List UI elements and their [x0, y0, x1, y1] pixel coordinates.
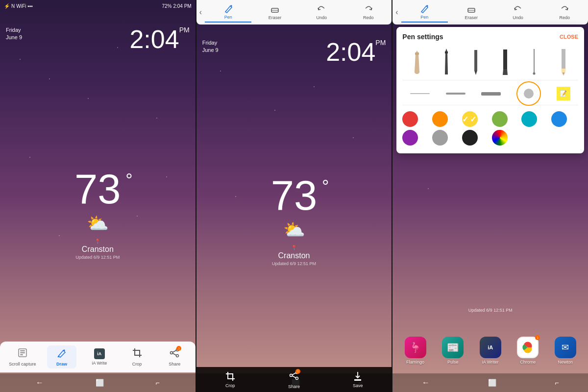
phone-panel-1: ⚡ N WiFi ▪▪▪ 72% 2:04 PM Friday June 9 2… — [0, 0, 196, 392]
toolbar-row2: Crop 1 Share — [198, 370, 390, 389]
pen-tool-undo-2[interactable]: Undo — [298, 2, 345, 22]
svg-rect-1 — [20, 350, 25, 351]
pen-nib-4[interactable] — [496, 47, 514, 76]
toolbar-share-1[interactable]: 1 Share — [160, 345, 189, 368]
updated-area-3: Updated 6/9 12:51 PM — [392, 305, 588, 314]
pen-toolbar-back-2[interactable]: ‹ — [196, 8, 205, 17]
pen-size-selected[interactable] — [516, 86, 541, 101]
cloud-icon-1: ⛅ — [87, 213, 109, 234]
chrome-logo — [521, 341, 535, 354]
save-label-2: Save — [353, 383, 363, 388]
color-yellow[interactable]: ✓ — [462, 111, 478, 127]
toolbar-ia-write[interactable]: iA iA Write — [85, 346, 114, 368]
pen-tool-redo-3[interactable]: Redo — [541, 2, 588, 22]
pen-toolbar-3: ‹ Pen Eraser Undo — [392, 0, 588, 24]
pen-size-thick[interactable] — [481, 86, 501, 101]
share-label-2: Share — [288, 384, 300, 389]
toolbar-share-2[interactable]: 1 Share — [277, 370, 311, 389]
crop-icon-1 — [132, 347, 143, 358]
pen-size-medium[interactable] — [446, 86, 466, 101]
draw-label: Draw — [56, 362, 67, 367]
iawriter-label: iA Writer — [482, 360, 499, 365]
pen-nib-1[interactable] — [408, 47, 426, 76]
app-icon-pulse[interactable]: 📰 Pulse — [442, 337, 464, 365]
toolbar-scroll-capture[interactable]: Scroll capture — [6, 345, 39, 368]
color-gray[interactable] — [432, 130, 448, 146]
back-button-1[interactable]: ← — [36, 378, 44, 387]
color-black[interactable] — [462, 130, 478, 146]
pen-size-thin[interactable] — [410, 86, 430, 101]
undo-label-3: Undo — [513, 15, 523, 20]
pen-tool-pen-2[interactable]: Pen — [205, 2, 251, 23]
pen-nib-5[interactable] — [525, 47, 543, 76]
home-button-3[interactable]: ⬜ — [488, 379, 496, 387]
pen-tool-pen-3[interactable]: Pen — [401, 2, 448, 23]
pen-icon-3 — [419, 4, 429, 14]
pen-tool-eraser-2[interactable]: Eraser — [251, 2, 298, 22]
flamingo-label: Flamingo — [406, 360, 424, 365]
pen-toolbar-back-3[interactable]: ‹ — [392, 8, 401, 17]
pen-nib-3[interactable] — [467, 47, 485, 76]
bottom-toolbar-1: Scroll capture Draw iA iA Write — [0, 342, 196, 372]
svg-line-14 — [293, 376, 296, 378]
app-icon-flamingo[interactable]: 🦩 Flamingo — [405, 337, 426, 365]
svg-point-11 — [296, 377, 298, 380]
svg-rect-17 — [415, 52, 419, 55]
back-button-3[interactable]: ← — [422, 378, 430, 387]
nib-icon-2 — [441, 48, 451, 76]
scroll-capture-icon-wrapper — [17, 347, 28, 360]
toolbar-row-1: Scroll capture Draw iA iA Write — [2, 345, 194, 368]
pen-tool-eraser-3[interactable]: Eraser — [448, 2, 494, 22]
status-time: 2:04 PM — [173, 3, 191, 9]
updated-label-3: Updated 6/9 12:51 PM — [468, 308, 513, 313]
degree-symbol-1: ° — [125, 170, 132, 191]
eraser-label-2: Eraser — [269, 15, 282, 20]
pen-sticky-option[interactable]: 📝 — [557, 86, 570, 101]
svg-rect-2 — [20, 352, 25, 353]
app-icon-iawriter[interactable]: iA iA Writer — [480, 337, 501, 365]
network-icon: N — [11, 3, 15, 9]
home-button-1[interactable]: ⬜ — [96, 379, 104, 387]
recents-button-1[interactable]: ⌐ — [156, 379, 160, 387]
newton-icon: ✉ — [555, 337, 576, 358]
toolbar-crop-2[interactable]: Crop — [213, 371, 247, 388]
color-blue[interactable] — [551, 111, 567, 127]
ia-write-label: iA Write — [92, 361, 107, 366]
city-label-1: Cranston — [82, 245, 114, 254]
pen-tool-undo-3[interactable]: Undo — [494, 2, 541, 22]
color-red[interactable] — [402, 111, 418, 127]
svg-line-13 — [293, 373, 296, 375]
color-cyan[interactable] — [521, 111, 537, 127]
draw-icon — [56, 347, 67, 358]
recents-button-3[interactable]: ⌐ — [555, 379, 559, 387]
signal-icon: ▪▪▪ — [27, 3, 33, 9]
pen-tool-redo-2[interactable]: Redo — [345, 2, 392, 22]
toolbar-save-2[interactable]: Save — [341, 371, 375, 388]
toolbar-crop-1[interactable]: Crop — [122, 345, 152, 368]
color-orange[interactable] — [432, 111, 448, 127]
app-icon-chrome[interactable]: 1 Chrome — [517, 337, 539, 365]
color-green[interactable] — [492, 111, 508, 127]
pen-settings-popup: Pen settings CLOSE — [396, 27, 584, 153]
weather-center-1: 73° ⛅ 📍 Cranston Updated 6/9 12:51 PM — [0, 32, 196, 392]
pen-settings-close-button[interactable]: CLOSE — [560, 34, 578, 40]
chrome-notification: 1 — [535, 335, 540, 340]
scroll-capture-icon — [17, 347, 28, 358]
color-palette: ✓ — [402, 111, 578, 146]
pen-nib-6[interactable] — [555, 47, 572, 76]
toolbar-draw[interactable]: Draw — [47, 345, 76, 368]
share-notif: 1 — [169, 347, 180, 360]
crop-label-1: Crop — [132, 362, 142, 367]
pen-tool-icon-2 — [223, 4, 233, 14]
color-purple[interactable] — [402, 130, 418, 146]
pen-settings-title: Pen settings — [402, 33, 443, 41]
pen-nib-2[interactable] — [438, 47, 455, 76]
cloud-icon-2: ⛅ — [283, 220, 305, 240]
pulse-icon: 📰 — [442, 337, 464, 358]
city-label-2: Cranston — [278, 251, 310, 260]
app-icon-newton[interactable]: ✉ Newton — [555, 337, 576, 365]
crop-icon-2 — [225, 371, 236, 382]
svg-rect-3 — [20, 354, 23, 355]
color-rainbow[interactable] — [492, 130, 508, 146]
sticky-note-icon: 📝 — [557, 87, 570, 100]
